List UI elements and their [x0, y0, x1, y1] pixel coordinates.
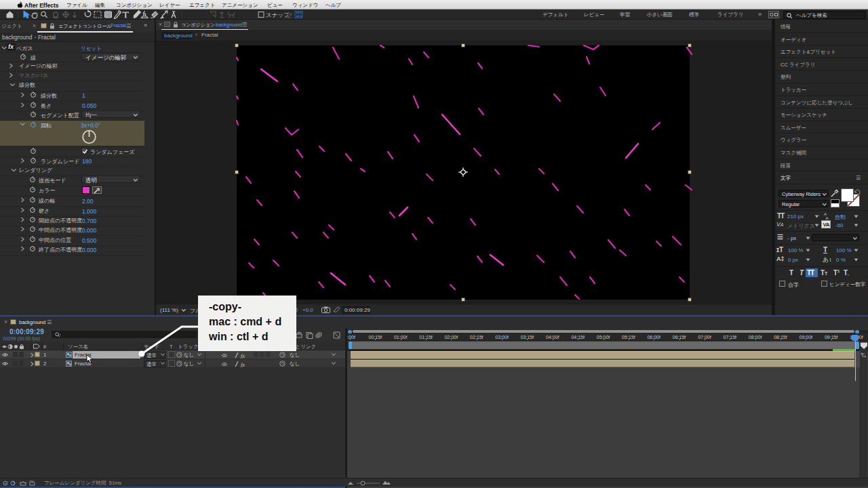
svg-text:スナップ: スナップ: [266, 12, 290, 18]
